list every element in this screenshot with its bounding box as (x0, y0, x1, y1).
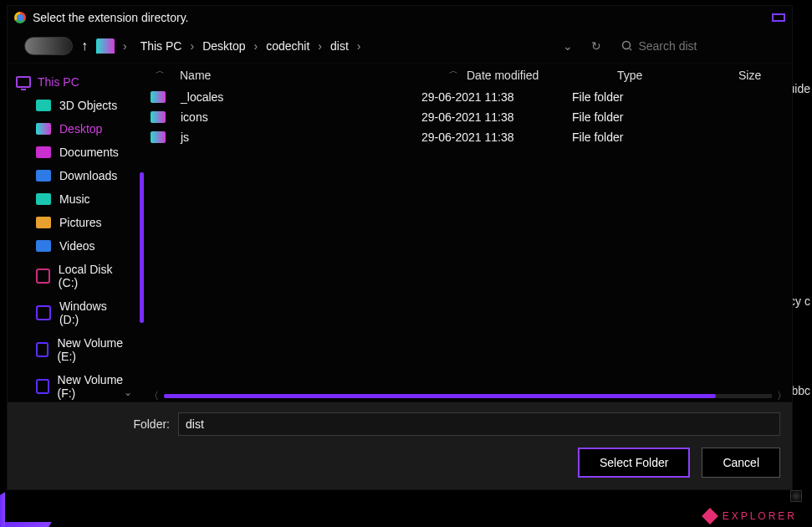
chevron-right-icon: › (123, 39, 127, 53)
breadcrumb-item[interactable]: This PC (135, 38, 187, 54)
sidebar-item-label: New Volume (E:) (57, 336, 129, 363)
sidebar-item[interactable]: New Volume (F:) (8, 368, 137, 402)
folder-icon (36, 146, 51, 158)
select-folder-button[interactable]: Select Folder (578, 448, 690, 478)
cell-date: 29-06-2021 11:38 (421, 110, 572, 124)
cell-type: File folder (572, 130, 693, 144)
sort-caret-icon: ︿ (156, 64, 165, 77)
cell-date: 29-06-2021 11:38 (421, 130, 572, 144)
cell-type: File folder (572, 90, 693, 104)
sidebar-item[interactable]: New Volume (E:) (8, 331, 137, 368)
folder-icon (36, 217, 51, 228)
chevron-right-icon: › (254, 39, 258, 53)
table-row[interactable]: _locales29-06-2021 11:38File folder (144, 87, 792, 107)
svg-line-2 (630, 49, 631, 51)
scroll-right-icon[interactable]: 〉 (772, 389, 792, 403)
column-headers[interactable]: ︿ Name ︿ Date modified Type Size (144, 64, 792, 87)
sidebar-item[interactable]: Pictures (8, 211, 137, 234)
table-row[interactable]: icons29-06-2021 11:38File folder (144, 107, 792, 127)
bg-text: bbc (791, 384, 810, 397)
sidebar-item-label: Videos (59, 239, 95, 253)
breadcrumb: This PC›Desktop›codechit›dist› (135, 38, 549, 54)
disk-icon (36, 342, 49, 357)
dialog-title: Select the extension directory. (33, 11, 189, 24)
folder-icon (96, 38, 115, 54)
breadcrumb-item[interactable]: dist (325, 38, 354, 54)
sidebar-item-label: Desktop (59, 122, 102, 136)
sidebar-item[interactable]: Documents (8, 141, 137, 164)
col-date[interactable]: Date modified (467, 69, 617, 82)
folder-icon (36, 100, 51, 111)
titlebar[interactable]: Select the extension directory. (8, 6, 792, 29)
cell-type: File folder (572, 110, 693, 124)
table-row[interactable]: js29-06-2021 11:38File folder (144, 127, 792, 147)
col-size[interactable]: Size (738, 69, 789, 82)
folder-icon (36, 170, 51, 182)
sidebar-resizer[interactable] (137, 64, 144, 402)
col-type[interactable]: Type (617, 69, 738, 82)
search-box[interactable] (615, 36, 782, 56)
cell-name: js (174, 130, 421, 144)
monitor-icon (16, 76, 31, 88)
sidebar: This PC 3D ObjectsDesktopDocumentsDownlo… (8, 64, 137, 402)
sidebar-item[interactable]: Local Disk (C:) (8, 258, 137, 294)
svg-point-1 (623, 42, 631, 49)
sidebar-root-label: This PC (38, 75, 79, 89)
sidebar-item[interactable]: Desktop (8, 117, 137, 141)
folder-label: Folder: (19, 417, 170, 431)
folder-icon (36, 240, 51, 252)
nav-up-button[interactable]: ↑ (81, 38, 88, 54)
folder-input[interactable] (178, 412, 780, 436)
chevron-right-icon: › (190, 39, 194, 53)
cell-name: icons (174, 110, 421, 124)
breadcrumb-item[interactable]: Desktop (197, 38, 250, 54)
folder-icon (36, 123, 51, 135)
dialog-footer: Folder: Select Folder Cancel (8, 402, 792, 489)
cell-name: _locales (174, 90, 421, 104)
col-name[interactable]: Name (173, 69, 441, 82)
refresh-button[interactable]: ↻ (586, 36, 606, 56)
folder-icon (151, 111, 166, 123)
disk-icon (36, 379, 49, 394)
disk-icon (36, 305, 51, 320)
taskbar-explorer[interactable]: EXPLORER (704, 510, 797, 522)
sidebar-item-label: Local Disk (C:) (59, 263, 129, 289)
chevron-right-icon: › (357, 39, 361, 53)
search-icon (621, 40, 631, 52)
explorer-label: EXPLORER (723, 510, 797, 522)
sidebar-item[interactable]: Videos (8, 234, 137, 258)
nav-back-forward[interactable] (24, 37, 73, 55)
sidebar-item-label: 3D Objects (59, 99, 117, 112)
sidebar-item-label: Music (59, 192, 90, 206)
file-dialog: Select the extension directory. ↑ › This… (7, 5, 793, 490)
horizontal-scrollbar[interactable]: 〈 〉 (144, 390, 792, 402)
search-input[interactable] (638, 39, 775, 53)
sidebar-item-label: Windows (D:) (59, 299, 129, 326)
scroll-left-icon[interactable]: 〈 (144, 389, 164, 403)
file-listing: ︿ Name ︿ Date modified Type Size _locale… (144, 64, 792, 402)
sort-caret-icon: ︿ (449, 64, 458, 77)
folder-icon (151, 131, 166, 143)
chevron-down-icon[interactable]: ⌄ (124, 386, 132, 398)
sidebar-item[interactable]: Music (8, 187, 137, 211)
svg-rect-0 (773, 14, 784, 21)
breadcrumb-item[interactable]: codechit (261, 38, 314, 54)
maximize-icon[interactable] (772, 13, 785, 22)
chrome-icon (14, 12, 26, 23)
sidebar-item[interactable]: Downloads (8, 164, 137, 187)
chevron-down-icon[interactable]: ⌄ (558, 36, 578, 56)
sidebar-item-label: Pictures (59, 216, 102, 229)
sidebar-item[interactable]: 3D Objects (8, 94, 137, 117)
sidebar-root[interactable]: This PC (8, 70, 137, 94)
cell-date: 29-06-2021 11:38 (421, 90, 572, 104)
sidebar-item[interactable]: Windows (D:) (8, 294, 137, 331)
explorer-icon (702, 508, 718, 524)
cancel-button[interactable]: Cancel (702, 448, 780, 478)
sidebar-item-label: Documents (59, 146, 119, 159)
toolbar: ↑ › This PC›Desktop›codechit›dist› ⌄ ↻ (8, 29, 792, 63)
chevron-right-icon: › (318, 39, 322, 53)
tray-icon[interactable] (790, 490, 802, 502)
sidebar-item-label: Downloads (59, 169, 117, 182)
disk-icon (36, 269, 50, 284)
sidebar-item-label: New Volume (F:) (58, 373, 130, 400)
